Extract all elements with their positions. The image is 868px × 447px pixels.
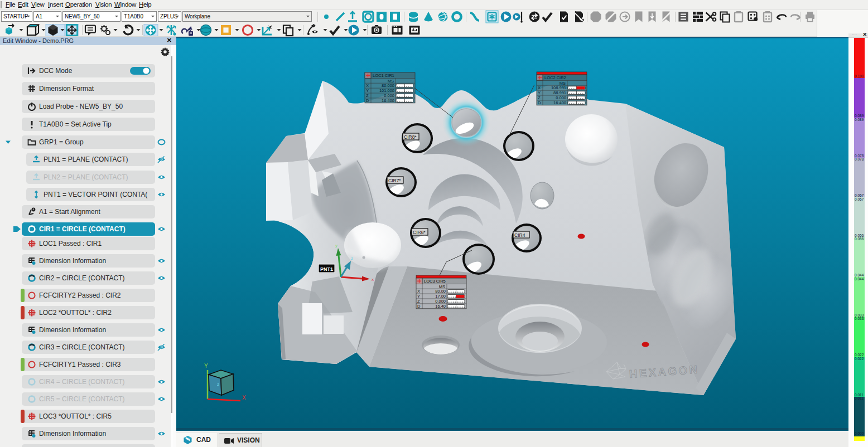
svg-text:Z: Z [366, 93, 369, 98]
svg-text:CIR6*: CIR6* [413, 230, 426, 235]
svg-text:LOC2 CIR2: LOC2 CIR2 [544, 75, 566, 80]
svg-text:108.991: 108.991 [551, 85, 566, 90]
svg-text:X: X [417, 289, 420, 294]
svg-text:PNT1: PNT1 [320, 266, 333, 272]
svg-text:D: D [417, 304, 421, 309]
svg-text:LOC3 CIR5: LOC3 CIR5 [424, 279, 446, 284]
svg-text:88.991: 88.991 [553, 90, 566, 95]
svg-text:D: D [538, 100, 541, 105]
svg-text:CIR7*: CIR7* [388, 178, 401, 183]
svg-text:X: X [538, 85, 541, 90]
svg-text:Y: Y [366, 88, 369, 93]
svg-text:LOC1 CIR1: LOC1 CIR1 [373, 73, 394, 78]
svg-text:16.400: 16.400 [382, 98, 394, 103]
svg-text:X: X [366, 83, 369, 88]
svg-text:MS: MS [439, 284, 445, 289]
svg-text:X: X [242, 395, 246, 401]
svg-text:y: y [335, 243, 337, 248]
svg-text:D: D [366, 98, 369, 103]
svg-text:z: z [351, 256, 353, 261]
svg-text:80.000: 80.000 [382, 83, 394, 88]
svg-text:z: z [217, 382, 219, 387]
svg-text:MS: MS [388, 79, 394, 84]
svg-text:CIR8*: CIR8* [404, 134, 417, 140]
svg-text:Z: Z [417, 299, 420, 304]
svg-text:0.000: 0.000 [556, 95, 566, 100]
svg-text:Z: Z [538, 95, 541, 100]
svg-text:CIR4: CIR4 [514, 232, 525, 238]
svg-text:80.00: 80.00 [435, 289, 446, 294]
svg-text:0.000: 0.000 [384, 93, 394, 98]
svg-text:101.000: 101.000 [379, 88, 394, 93]
svg-text:x: x [372, 277, 374, 282]
svg-text:17.00: 17.00 [435, 294, 446, 299]
svg-text:MS: MS [560, 81, 566, 86]
svg-text:16.40: 16.40 [435, 304, 446, 309]
svg-text:16.400: 16.400 [553, 100, 566, 105]
svg-text:Y: Y [417, 294, 420, 299]
svg-text:Y: Y [204, 363, 208, 369]
svg-text:0.000: 0.000 [435, 299, 446, 304]
svg-text:Y: Y [538, 90, 541, 95]
